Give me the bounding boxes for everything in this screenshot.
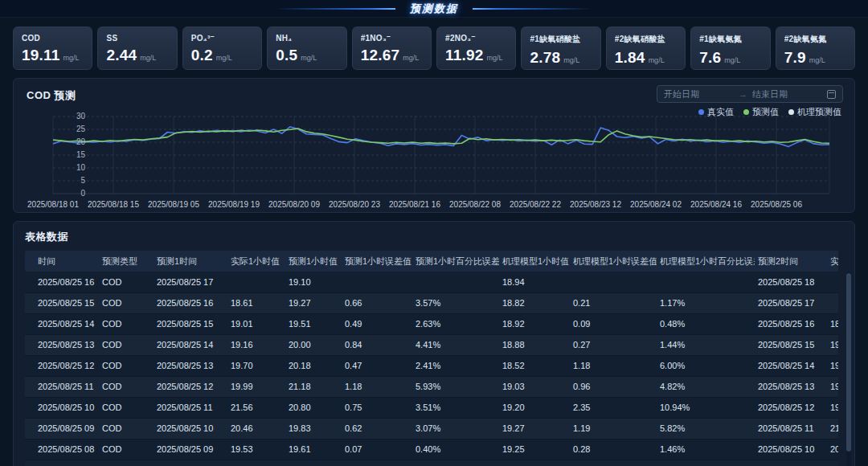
table-scroll-area[interactable]: 时间预测类型预测1时间实际1小时值预测1小时值预测1小时误差值预测1小时百分比误… [25,251,838,466]
metric-card: PO₄³⁻ 0.2 mg/L [182,27,262,70]
table-cell: COD [99,355,154,376]
table-cell: 18.92 [499,313,570,334]
y-axis-label: 20 [56,137,85,146]
metric-unit: mg/L [649,56,665,64]
table-cell: 2025/08/25 15 [25,292,99,313]
table-cell: 19.99 [227,376,285,397]
table-cell: 19.01 [227,313,285,334]
table-cell: COD [99,272,154,292]
legend-dot [788,109,794,115]
table-cell: 2025/08/25 14 [25,313,99,334]
metric-card: SS 2.44 mg/L [97,27,177,70]
table-cell: 19.61 [285,439,342,460]
table-cell: 0.75 [342,397,412,418]
table-cell: 2025/08/25 09 [25,418,99,439]
metric-unit: mg/L [140,54,156,62]
table-cell: 2025/08/25 18 [755,272,827,292]
x-axis-label: 2025/08/20 23 [321,200,388,209]
metric-value: 12.67 [361,47,400,64]
metric-label: #1缺氧氨氮 [699,34,761,45]
calendar-icon[interactable] [827,90,836,99]
range-arrow-icon: → [739,89,747,99]
table-cell: 20.46 [227,418,285,439]
table-cell: 19.99 [827,397,838,418]
table-cell: 3.07% [412,418,499,439]
chart-canvas [53,117,829,194]
table-cell: 0.84 [342,334,412,355]
table-cell: 2025/08/25 14 [154,334,227,355]
table-cell: COD [99,460,154,466]
metric-label: PO₄³⁻ [191,34,253,43]
metric-label: #1NO₃⁻ [361,34,423,43]
metric-unit: mg/L [403,54,419,62]
column-header: 时间 [25,251,99,272]
metric-card: #1缺氧氨氮 7.6 mg/L [690,27,770,70]
metric-card: #1缺氧硝酸盐 2.78 mg/L [521,27,600,70]
table-cell: 2025/08/25 11 [25,376,99,397]
table-cell: 2025/08/25 10 [755,439,827,460]
table-cell: 2.41% [412,355,499,376]
table-cell: 2025/08/25 16 [755,313,827,334]
table-cell: 18.61 [227,292,285,313]
metric-unit: mg/L [809,56,825,64]
table-row: 2025/08/25 10COD2025/08/25 1121.5620.800… [25,397,838,418]
chart-panel: COD 预测 开始日期 → 结束日期 真实值预测值机理预测值 051015202… [13,78,855,213]
table-row: 2025/08/25 16COD2025/08/25 1719.1018.942… [25,272,838,292]
x-axis-label: 2025/08/22 22 [502,200,569,209]
table-cell: 1.17% [657,292,755,313]
table-cell: 19.16 [227,334,285,355]
table-cell: 20.18 [285,355,342,376]
table-title: 表格数据 [25,230,843,244]
table-cell: 19.70 [227,355,285,376]
table-cell: 2025/08/25 17 [755,292,827,313]
x-axis-label: 2025/08/20 09 [260,200,328,209]
table-cell: 5.93% [412,376,499,397]
date-range-picker[interactable]: 开始日期 → 结束日期 [657,85,843,103]
table-cell: 4.82% [657,376,755,397]
x-axis-label: 2025/08/19 19 [200,200,268,209]
data-table: 时间预测类型预测1时间实际1小时值预测1小时值预测1小时误差值预测1小时百分比误… [25,251,838,466]
column-header: 机理模型1小时百分比误差 [657,251,755,272]
table-cell: 2025/08/25 16 [25,272,99,292]
legend-dot [743,109,749,115]
x-axis-label: 2025/08/18 01 [19,200,87,209]
table-cell: 3.51% [412,397,499,418]
metric-value: 2.78 [530,49,560,67]
table-cell: 19.20 [499,397,570,418]
table-panel: 表格数据 时间预测类型预测1时间实际1小时值预测1小时值预测1小时误差值预测1小… [13,221,855,466]
metric-label: #2缺氧硝酸盐 [615,34,677,45]
table-cell: 19.53 [827,460,838,466]
metric-unit: mg/L [301,54,317,62]
table-cell: 21.56 [227,397,285,418]
metric-label: #1缺氧硝酸盐 [530,34,592,45]
table-header-row: 时间预测类型预测1时间实际1小时值预测1小时值预测1小时误差值预测1小时百分比误… [25,251,838,272]
table-cell: COD [99,439,154,460]
scrollbar-thumb[interactable] [846,273,851,452]
table-cell: 18.94 [499,272,570,292]
column-header: 机理模型1小时误差值 [570,251,657,272]
table-cell: 2025/08/25 09 [755,460,827,466]
table-cell: 2025/08/25 13 [25,334,99,355]
table-cell: 2025/08/25 17 [154,272,227,292]
column-header: 机理模型1小时值 [499,251,570,272]
x-axis-label: 2025/08/18 15 [80,200,147,209]
table-scrollbar[interactable] [846,272,851,466]
table-row: 2025/08/25 15COD2025/08/25 1618.6119.270… [25,292,838,313]
table-cell: 19.83 [285,418,342,439]
table-cell: 1.18 [570,355,657,376]
table-cell: 19.27 [499,418,570,439]
x-axis-label: 2025/08/24 02 [622,200,690,209]
end-date-input[interactable]: 结束日期 [752,88,822,100]
table-cell: 0.48% [657,313,755,334]
table-row: 2025/08/25 13COD2025/08/25 1419.1620.000… [25,334,838,355]
metric-value: 11.92 [445,47,484,64]
start-date-input[interactable]: 开始日期 [664,88,734,100]
table-cell: COD [99,313,154,334]
metric-value: 2.44 [106,47,137,64]
table-cell: 18.61 [827,313,838,334]
y-axis-label: 5 [56,176,85,185]
column-header: 实际2小时值 [827,251,838,272]
table-cell: 0.07 [342,439,412,460]
table-cell: 19.53 [227,439,285,460]
table-cell: 2025/08/25 13 [154,355,227,376]
